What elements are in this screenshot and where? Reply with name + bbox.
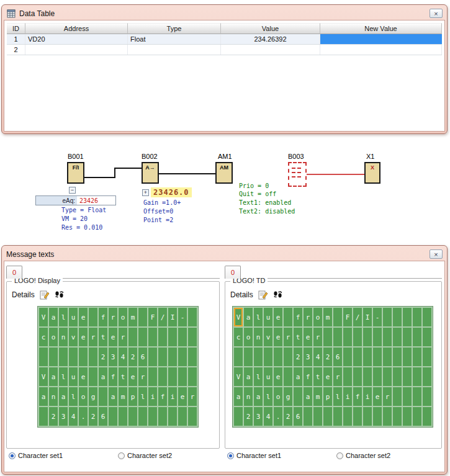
char-cell[interactable]: f [294, 308, 302, 326]
char-cell[interactable] [423, 328, 431, 346]
char-cell[interactable] [178, 407, 187, 426]
char-cell[interactable] [393, 407, 402, 426]
char-cell[interactable] [109, 407, 117, 426]
char-cell[interactable] [138, 328, 147, 346]
char-cell[interactable] [373, 407, 382, 426]
char-cell[interactable] [284, 308, 292, 326]
char-cell[interactable]: f [109, 367, 117, 386]
cell-type[interactable] [128, 45, 221, 55]
char-cell[interactable]: e [109, 328, 117, 346]
char-cell[interactable] [393, 367, 402, 386]
char-cell[interactable] [254, 348, 263, 366]
char-cell[interactable]: v [69, 328, 78, 346]
char-cell[interactable] [373, 367, 382, 386]
char-cell[interactable]: . [274, 407, 282, 426]
table-row[interactable]: 2 [7, 45, 442, 55]
char-cell[interactable]: o [274, 387, 282, 406]
char-cell[interactable]: a [294, 367, 302, 386]
column-header-value[interactable]: Value [221, 23, 320, 34]
char-cell[interactable] [403, 407, 412, 426]
char-cell[interactable] [148, 367, 157, 386]
char-cell[interactable] [39, 407, 48, 426]
char-cell[interactable]: l [333, 387, 342, 406]
char-cell[interactable]: a [49, 367, 58, 386]
char-cell[interactable] [403, 387, 412, 406]
char-cell[interactable] [423, 387, 431, 406]
char-cell[interactable]: m [119, 387, 127, 406]
char-cell[interactable]: / [158, 308, 167, 326]
char-cell[interactable]: 4 [264, 407, 272, 426]
char-cell[interactable] [373, 328, 382, 346]
char-cell[interactable] [148, 348, 157, 366]
char-cell[interactable] [178, 348, 187, 366]
char-cell[interactable] [333, 328, 342, 346]
char-cell[interactable]: a [49, 308, 58, 326]
char-cell[interactable]: r [383, 387, 392, 406]
char-cell[interactable] [393, 308, 402, 326]
cell-id[interactable]: 1 [7, 34, 25, 44]
char-cell[interactable]: e [274, 367, 282, 386]
char-cell[interactable] [393, 348, 402, 366]
char-cell[interactable]: 6 [99, 407, 107, 426]
char-cell[interactable]: a [244, 308, 253, 326]
column-header-type[interactable]: Type [128, 23, 221, 34]
char-cell[interactable] [413, 387, 421, 406]
char-cell[interactable] [323, 407, 332, 426]
char-cell[interactable]: 2 [323, 348, 332, 366]
char-cell[interactable]: n [49, 387, 58, 406]
char-cell[interactable] [323, 328, 332, 346]
edit-icon[interactable] [258, 290, 268, 300]
char-cell[interactable] [188, 308, 197, 326]
close-icon[interactable]: × [430, 249, 443, 259]
char-cell[interactable]: u [69, 308, 78, 326]
cell-address[interactable] [25, 45, 128, 55]
char-cell[interactable]: 6 [294, 407, 302, 426]
char-cell[interactable] [383, 367, 392, 386]
char-cell[interactable]: l [264, 387, 272, 406]
char-cell[interactable]: r [109, 308, 117, 326]
cell-type[interactable]: Float [128, 34, 221, 44]
tab-0-display[interactable]: 0 [6, 266, 22, 279]
char-cell[interactable]: e [323, 367, 332, 386]
char-cell[interactable]: e [304, 328, 312, 346]
char-cell[interactable]: i [168, 387, 177, 406]
char-cell[interactable]: r [313, 328, 322, 346]
collapse-button[interactable]: − [69, 187, 76, 194]
char-cell[interactable] [363, 367, 372, 386]
char-cell[interactable] [119, 407, 127, 426]
char-cell[interactable]: r [304, 308, 312, 326]
block-b003-open-connector[interactable] [288, 162, 307, 187]
char-cell[interactable] [138, 407, 147, 426]
char-cell[interactable] [333, 308, 342, 326]
table-row[interactable]: 1VD20Float234.26392 [7, 34, 442, 45]
char-cell[interactable]: m [313, 387, 322, 406]
char-cell[interactable] [423, 367, 431, 386]
char-cell[interactable] [413, 328, 421, 346]
char-cell[interactable] [423, 348, 431, 366]
char-cell[interactable] [383, 328, 392, 346]
char-cell[interactable]: r [89, 328, 97, 346]
char-cell[interactable]: i [148, 387, 157, 406]
char-cell[interactable] [343, 367, 352, 386]
char-cell[interactable] [413, 407, 421, 426]
char-cell[interactable]: t [99, 328, 107, 346]
char-cell[interactable] [403, 328, 412, 346]
char-cell[interactable] [353, 407, 362, 426]
char-cell[interactable] [89, 308, 97, 326]
special-characters-icon[interactable] [273, 290, 283, 300]
eaq-value-input[interactable]: 23426 [77, 196, 115, 205]
char-cell[interactable]: l [59, 308, 68, 326]
char-cell[interactable] [168, 348, 177, 366]
char-cell[interactable] [333, 407, 342, 426]
cell-id[interactable]: 2 [7, 45, 25, 55]
char-cell[interactable] [158, 407, 167, 426]
char-cell[interactable]: - [373, 308, 382, 326]
char-cell[interactable]: - [178, 308, 187, 326]
char-cell[interactable] [234, 348, 243, 366]
char-cell[interactable] [168, 367, 177, 386]
char-cell[interactable]: 2 [89, 407, 97, 426]
block-x1-connector[interactable]: X [364, 162, 380, 184]
char-cell[interactable]: n [254, 328, 263, 346]
char-cell[interactable] [148, 328, 157, 346]
char-cell[interactable] [188, 367, 197, 386]
